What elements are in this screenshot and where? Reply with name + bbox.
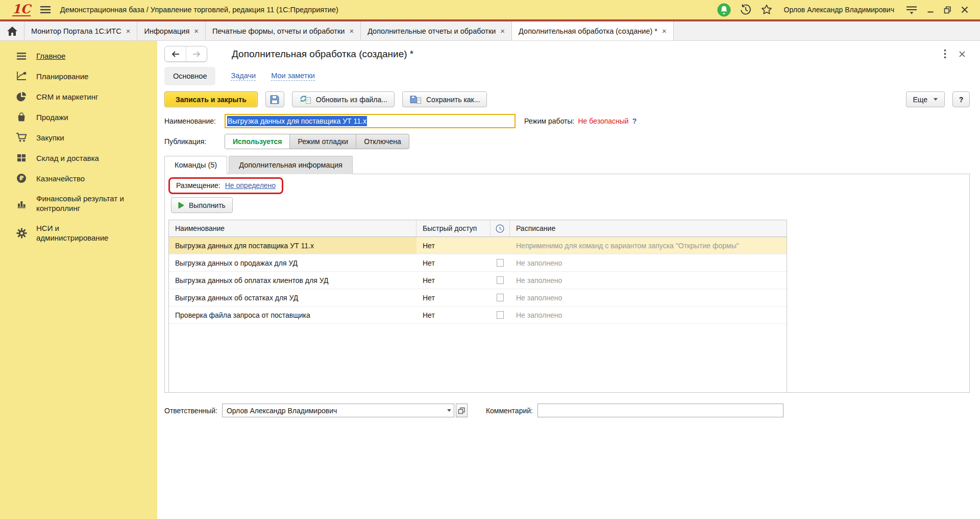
close-window-icon[interactable]	[961, 6, 969, 14]
history-nav-group	[164, 46, 207, 62]
workspace-tab[interactable]: Монитор Портала 1С:ИТС×	[24, 21, 137, 40]
workspace-tab[interactable]: Дополнительная обработка (создание) *×	[512, 21, 674, 40]
tab-close-icon[interactable]: ×	[349, 27, 354, 35]
tab-close-icon[interactable]: ×	[126, 27, 131, 35]
notifications-bell-icon[interactable]	[717, 3, 731, 17]
tab-close-icon[interactable]: ×	[194, 27, 199, 35]
quick-access-cell[interactable]: Нет	[416, 272, 491, 289]
table-row[interactable]: Выгрузка данных об остатках для УДНетНе …	[169, 289, 787, 306]
save-as-label: Сохранить как...	[426, 96, 480, 104]
table-row[interactable]: Выгрузка данных для поставщика УТ 11.xНе…	[169, 237, 787, 254]
sidebar-item-purchases[interactable]: Закупки	[0, 127, 157, 148]
form-menu-kebab-icon[interactable]	[944, 49, 946, 59]
workspace-tab[interactable]: Печатные формы, отчеты и обработки×	[206, 21, 361, 40]
command-name-cell[interactable]: Проверка файла запроса от поставщика	[169, 306, 416, 323]
tab-close-icon[interactable]: ×	[500, 27, 505, 35]
tab-my-notes[interactable]: Мои заметки	[271, 72, 315, 81]
save-and-close-button[interactable]: Записать и закрыть	[164, 91, 258, 107]
history-icon[interactable]	[740, 4, 752, 16]
table-row[interactable]: Выгрузка данных о продажах для УДНетНе з…	[169, 254, 787, 272]
placement-link[interactable]: Не определено	[225, 181, 276, 190]
tab-close-icon[interactable]: ×	[662, 27, 667, 35]
publication-option[interactable]: Используется	[225, 134, 289, 149]
command-name-cell[interactable]: Выгрузка данных о продажах для УД	[169, 254, 416, 271]
schedule-cell[interactable]: Не заполнено	[510, 289, 787, 306]
publication-label: Публикация:	[164, 137, 225, 146]
grid-icon	[15, 153, 28, 163]
tab-main[interactable]: Основное	[164, 67, 215, 85]
sidebar-item-crm[interactable]: CRM и маркетинг	[0, 86, 157, 107]
form-area: Дополнительная обработка (создание) * Ос…	[157, 41, 980, 519]
table-row[interactable]: Выгрузка данных об оплатах клиентов для …	[169, 272, 787, 289]
run-button[interactable]: Выполнить	[171, 197, 233, 213]
responsible-open-button[interactable]	[456, 404, 468, 417]
schedule-clock-icon[interactable]	[491, 220, 510, 237]
page-title: Дополнительная обработка (создание) *	[232, 49, 413, 60]
back-button[interactable]	[165, 46, 186, 61]
quick-access-cell[interactable]: Нет	[416, 254, 491, 271]
header-schedule[interactable]: Расписание	[510, 220, 787, 237]
home-tab[interactable]	[0, 21, 24, 40]
save-button[interactable]	[265, 91, 284, 107]
responsible-combo[interactable]: Орлов Александр Владимирович	[222, 404, 454, 417]
user-menu-icon[interactable]	[905, 5, 918, 15]
schedule-checkbox[interactable]	[497, 294, 504, 301]
tab-tasks[interactable]: Задачи	[231, 72, 256, 81]
publication-option[interactable]: Режим отладки	[289, 134, 356, 149]
comment-input[interactable]	[537, 404, 783, 417]
quick-access-cell[interactable]: Нет	[416, 237, 491, 254]
command-name-cell[interactable]: Выгрузка данных об остатках для УД	[169, 289, 416, 306]
command-name-cell[interactable]: Выгрузка данных об оплатах клиентов для …	[169, 272, 416, 289]
forward-button[interactable]	[186, 46, 207, 61]
form-close-icon[interactable]	[959, 51, 966, 58]
save-as-button[interactable]: Сохранить как...	[402, 91, 487, 107]
schedule-checkbox[interactable]	[497, 259, 504, 267]
restore-window-icon[interactable]	[943, 6, 952, 14]
update-from-file-button[interactable]: Обновить из файла...	[292, 91, 395, 107]
sidebar-item-sales[interactable]: Продажи	[0, 107, 157, 127]
schedule-flag-cell[interactable]	[491, 237, 510, 254]
schedule-cell[interactable]: Не заполнено	[510, 272, 787, 289]
name-field-label: Наименование:	[164, 117, 225, 125]
user-name[interactable]: Орлов Александр Владимирович	[784, 6, 894, 14]
sidebar-item-planning[interactable]: Планирование	[0, 66, 157, 86]
more-button[interactable]: Еще	[906, 91, 945, 107]
header-quick-access[interactable]: Быстрый доступ	[416, 220, 491, 237]
sidebar-item-finance[interactable]: Финансовый результат и контроллинг	[0, 188, 157, 218]
command-name-cell[interactable]: Выгрузка данных для поставщика УТ 11.x	[169, 237, 416, 254]
work-mode-help-link[interactable]: ?	[632, 117, 637, 125]
tab-label: Печатные формы, отчеты и обработки	[212, 27, 345, 35]
schedule-cell[interactable]: Не заполнено	[510, 306, 787, 323]
schedule-cell[interactable]: Не заполнено	[510, 254, 787, 271]
quick-access-cell[interactable]: Нет	[416, 289, 491, 306]
header-name[interactable]: Наименование	[169, 220, 416, 237]
sidebar-item-warehouse[interactable]: Склад и доставка	[0, 148, 157, 168]
schedule-flag-cell[interactable]	[491, 306, 510, 323]
combo-dropdown-icon[interactable]	[443, 404, 454, 417]
table-row[interactable]: Проверка файла запроса от поставщикаНетН…	[169, 306, 787, 324]
sidebar-item-admin[interactable]: НСИ и администрирование	[0, 218, 157, 248]
minimize-icon[interactable]	[926, 6, 935, 14]
placement-label: Размещение:	[176, 181, 220, 190]
sidebar-item-treasury[interactable]: ₽Казначейство	[0, 168, 157, 188]
name-input[interactable]: Выгрузка данных для поставщика УТ 11.x	[225, 114, 516, 128]
comment-label: Комментарий:	[486, 407, 533, 415]
schedule-checkbox[interactable]	[497, 311, 504, 319]
workspace-tab[interactable]: Дополнительные отчеты и обработки×	[361, 21, 512, 40]
sidebar-item-label: Финансовый результат и контроллинг	[36, 194, 127, 213]
tab-commands[interactable]: Команды (5)	[164, 156, 227, 174]
favorites-star-icon[interactable]	[761, 4, 773, 16]
main-menu-icon[interactable]	[40, 6, 51, 14]
tab-additional-info[interactable]: Дополнительная информация	[229, 156, 353, 174]
schedule-flag-cell[interactable]	[491, 254, 510, 271]
workspace-tab[interactable]: Информация×	[137, 21, 206, 40]
schedule-checkbox[interactable]	[497, 276, 504, 284]
publication-option[interactable]: Отключена	[356, 134, 409, 149]
schedule-flag-cell[interactable]	[491, 289, 510, 306]
help-button[interactable]: ?	[952, 91, 970, 107]
quick-access-cell[interactable]: Нет	[416, 306, 491, 323]
sidebar-item-label: Планирование	[36, 72, 88, 81]
schedule-flag-cell[interactable]	[491, 272, 510, 289]
sidebar-item-home[interactable]: Главное	[0, 46, 157, 66]
schedule-cell[interactable]: Неприменимо для команд с вариантом запус…	[510, 237, 787, 254]
